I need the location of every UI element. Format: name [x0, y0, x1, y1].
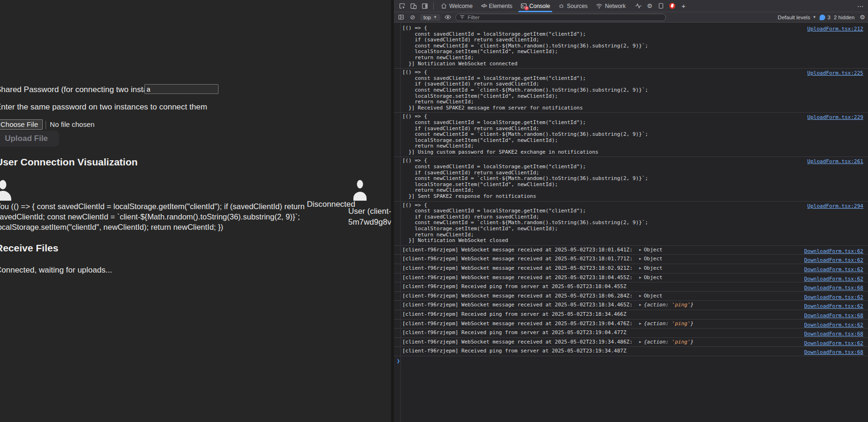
expand-triangle-icon[interactable]: ▶ [639, 301, 641, 310]
log-message-text: [client-f96rzjepm] Received ping from se… [402, 329, 626, 336]
logged-function-source: [() => { const savedClientId = localStor… [402, 70, 798, 111]
settings-gear-icon[interactable]: ⚙ [644, 0, 655, 12]
source-location-link[interactable]: UploadForm.tsx:294 [807, 203, 863, 209]
chevron-down-icon: ▼ [813, 15, 816, 19]
console-code-log-entry[interactable]: UploadForm.tsx:229[() => { const savedCl… [394, 113, 868, 157]
expand-triangle-icon[interactable]: ▶ [639, 320, 641, 328]
source-location-link[interactable]: DownloadForm.tsx:68 [804, 284, 863, 292]
app-page: Shared Password (for connecting two inst… [0, 0, 391, 422]
log-message-text: [client-f96rzjepm] Received ping from se… [402, 283, 626, 289]
tab-label: Welcome [449, 3, 473, 9]
password-hint-text: Enter the same password on two instances… [0, 102, 207, 112]
source-location-link[interactable]: UploadForm.tsx:212 [807, 26, 863, 32]
log-message-text: [client-f96rzjepm] WebSocket message rec… [402, 247, 633, 253]
device-toolbar-icon[interactable] [408, 0, 419, 12]
screenshot-root: Shared Password (for connecting two inst… [0, 0, 868, 422]
object-preview[interactable]: Object [644, 274, 663, 281]
source-location-link[interactable]: DownloadForm.tsx:68 [804, 348, 863, 356]
storage-box-icon[interactable] [655, 0, 666, 12]
context-selector-dropdown[interactable]: top ▼ [420, 14, 440, 21]
console-log-row[interactable]: [client-f96rzjepm] WebSocket message rec… [394, 264, 868, 274]
logged-function-source: [() => { const savedClientId = localStor… [402, 25, 798, 67]
expand-triangle-icon[interactable]: ▶ [639, 338, 641, 347]
expand-triangle-icon[interactable]: ▶ [639, 255, 641, 264]
tab-sources[interactable]: Sources [554, 0, 592, 12]
new-tab-plus-icon[interactable]: + [678, 0, 689, 12]
console-log-row[interactable]: [client-f96rzjepm] WebSocket message rec… [394, 338, 868, 347]
self-client-id-line: localStorage.setItem("clientId", newClie… [0, 222, 305, 232]
tab-network[interactable]: Network [592, 0, 630, 12]
console-filter-input[interactable]: Filter [455, 14, 666, 21]
source-location-link[interactable]: DownloadForm.tsx:62 [804, 293, 863, 301]
source-location-link[interactable]: UploadForm.tsx:225 [807, 70, 863, 76]
source-location-link[interactable]: DownloadForm.tsx:62 [804, 302, 863, 310]
object-preview[interactable]: {action: 'ping'} [644, 320, 694, 327]
inspect-element-icon[interactable] [397, 0, 408, 12]
expand-triangle-icon[interactable]: ▶ [639, 292, 641, 301]
source-location-link[interactable]: UploadForm.tsx:261 [807, 158, 863, 164]
log-message-text: [client-f96rzjepm] WebSocket message rec… [402, 293, 633, 299]
object-preview[interactable]: Object [644, 293, 663, 299]
console-log-row[interactable]: [client-f96rzjepm] WebSocket message rec… [394, 246, 868, 255]
console-settings-gear-icon[interactable]: ⚙ [860, 14, 865, 21]
console-sidebar-toggle-icon[interactable] [397, 12, 405, 23]
extension-record-icon[interactable] [666, 0, 678, 12]
source-location-link[interactable]: DownloadForm.tsx:62 [804, 321, 863, 329]
tab-elements[interactable]: </>Elements [477, 0, 517, 12]
hidden-messages-count[interactable]: 2 hidden [834, 15, 854, 20]
error-badge: ✕ [524, 6, 529, 10]
clear-console-icon[interactable]: ⊘ [408, 12, 417, 23]
bug-icon [558, 3, 564, 9]
source-location-link[interactable]: UploadForm.tsx:229 [807, 114, 863, 120]
shared-password-input[interactable] [144, 84, 219, 94]
source-location-link[interactable]: DownloadForm.tsx:62 [804, 266, 863, 274]
console-log-row[interactable]: [client-f96rzjepm] Received ping from se… [394, 310, 868, 320]
console-code-log-entry[interactable]: UploadForm.tsx:294[() => { const savedCl… [394, 202, 868, 246]
upload-file-button[interactable]: Upload File [0, 131, 59, 147]
source-location-link[interactable]: DownloadForm.tsx:62 [804, 247, 863, 255]
console-log-row[interactable]: [client-f96rzjepm] Received ping from se… [394, 347, 868, 356]
object-preview[interactable]: {action: 'ping'} [644, 339, 694, 345]
source-location-link[interactable]: DownloadForm.tsx:62 [804, 256, 863, 264]
log-levels-dropdown[interactable]: Default levels ▼ [778, 15, 816, 20]
expand-triangle-icon[interactable]: ▶ [639, 274, 641, 282]
receive-files-heading: Receive Files [0, 242, 58, 254]
self-client-id-text: You (() => { const savedClientId = local… [0, 201, 305, 232]
tab-welcome[interactable]: Welcome [437, 0, 477, 12]
source-location-link[interactable]: DownloadForm.tsx:68 [804, 312, 863, 320]
source-location-link[interactable]: DownloadForm.tsx:62 [804, 339, 863, 347]
console-code-log-entry[interactable]: UploadForm.tsx:225[() => { const savedCl… [394, 69, 868, 113]
console-log-row[interactable]: [client-f96rzjepm] WebSocket message rec… [394, 301, 868, 310]
devtools-more-menu-icon[interactable]: ⋯ [857, 2, 864, 10]
source-location-link[interactable]: DownloadForm.tsx:62 [804, 275, 863, 283]
live-expression-eye-icon[interactable] [444, 12, 452, 23]
expand-triangle-icon[interactable]: ▶ [639, 264, 641, 273]
console-log-row[interactable]: [client-f96rzjepm] Received ping from se… [394, 328, 868, 338]
object-preview[interactable]: {action: 'ping'} [644, 302, 694, 308]
console-code-log-entry[interactable]: UploadForm.tsx:212[() => { const savedCl… [394, 24, 868, 69]
issues-counter[interactable]: 3 [820, 15, 830, 20]
source-location-link[interactable]: DownloadForm.tsx:68 [804, 330, 863, 338]
console-prompt-row[interactable]: ❯ [394, 356, 868, 366]
receive-status-text: Connected, waiting for uploads... [0, 266, 112, 275]
expand-triangle-icon[interactable]: ▶ [639, 246, 641, 255]
string-value: 'ping' [672, 302, 691, 308]
object-preview[interactable]: Object [644, 256, 663, 262]
choose-file-button[interactable]: Choose File [0, 119, 43, 130]
self-client-id-line: You (() => { const savedClientId = local… [0, 201, 305, 211]
object-preview[interactable]: Object [644, 265, 663, 271]
tab-console[interactable]: ✕Console [516, 0, 554, 12]
devtools-tabbar: Welcome</>Elements✕ConsoleSourcesNetwork… [394, 0, 868, 12]
console-log-row[interactable]: [client-f96rzjepm] WebSocket message rec… [394, 274, 868, 283]
console-log-row[interactable]: [client-f96rzjepm] WebSocket message rec… [394, 292, 868, 301]
performance-pulse-icon[interactable] [633, 0, 644, 12]
console-log-row[interactable]: [client-f96rzjepm] WebSocket message rec… [394, 320, 868, 329]
avatar-head [0, 180, 7, 189]
dock-side-icon[interactable] [419, 0, 430, 12]
object-preview[interactable]: Object [644, 247, 663, 253]
chevron-down-icon: ▼ [433, 15, 437, 19]
console-log-row[interactable]: [client-f96rzjepm] WebSocket message rec… [394, 255, 868, 264]
console-code-log-entry[interactable]: UploadForm.tsx:261[() => { const savedCl… [394, 157, 868, 201]
devtools-panel: Welcome</>Elements✕ConsoleSourcesNetwork… [394, 0, 868, 422]
console-log-row[interactable]: [client-f96rzjepm] Received ping from se… [394, 282, 868, 292]
